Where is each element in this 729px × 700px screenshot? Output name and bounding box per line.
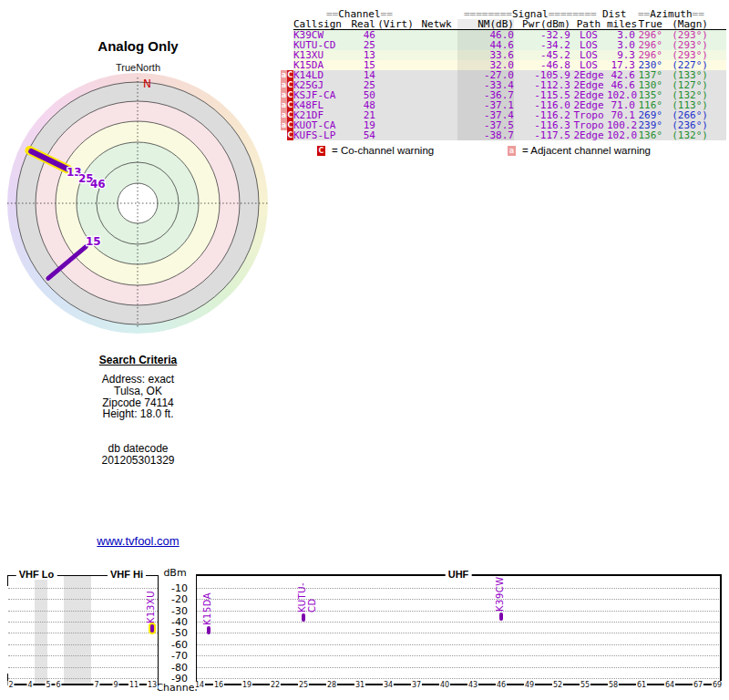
vhf-hi-label: VHF Hi — [108, 569, 146, 580]
dbm-tick: -90 — [160, 673, 188, 685]
channel-tick: 11 — [128, 681, 139, 689]
north-letter: N — [143, 77, 151, 90]
channel-tick: 9 — [112, 681, 118, 689]
adjacent-warning-badge: a — [281, 120, 287, 130]
vhf-lo-label: VHF Lo — [16, 569, 57, 580]
col-callsign: Callsign — [293, 19, 350, 29]
table-row: C KUFS-LP 54 -38.7 -117.5 2Edge 102.0 13… — [281, 130, 726, 140]
station-marker-k39cw — [499, 612, 503, 621]
col-true: True — [635, 19, 662, 29]
station-marker-k15da — [207, 626, 210, 634]
polar-chart: N 13 25 46 15 — [0, 0, 282, 346]
db-datecode-label: db datecode — [0, 443, 276, 455]
callsign: KUFS-LP — [293, 130, 350, 140]
col-path: Path — [570, 19, 607, 29]
channel-tick: 52 — [552, 681, 563, 689]
station-label: KUTU-CD — [297, 569, 317, 612]
col-netwk: Netwk — [416, 19, 457, 29]
search-address: Address: exact — [0, 374, 276, 386]
dbm-tick: -20 — [160, 593, 188, 605]
search-criteria-heading: Search Criteria — [0, 354, 276, 366]
db-datecode-value: 201205301329 — [0, 455, 276, 467]
station-label: K15DA — [202, 592, 212, 625]
co-channel-warning-badge: C — [287, 100, 293, 110]
adjacent-warning-badge: a — [281, 110, 287, 120]
channel-tick: 5 — [45, 681, 51, 689]
channel-tick: 58 — [608, 681, 619, 689]
co-channel-warning-badge: C — [287, 80, 293, 90]
co-channel-warning-badge: C — [287, 120, 293, 130]
channel-tick: 28 — [326, 681, 337, 689]
channel-tick: 19 — [241, 681, 252, 689]
dbm-axis-label: dBm — [159, 567, 191, 579]
dbm-tick: -70 — [160, 650, 188, 662]
channel-tick: 55 — [580, 681, 590, 689]
channel-tick: 25 — [298, 681, 309, 689]
vhf-panel-right-border — [158, 575, 159, 685]
channel-tick: 37 — [411, 681, 422, 689]
co-channel-warning-badge: C — [287, 110, 293, 120]
uhf-label: UHF — [446, 569, 472, 580]
search-criteria-block: Address: exact Tulsa, OK Zipcode 74114 H… — [0, 374, 276, 420]
channel-tick: 46 — [496, 681, 507, 689]
tvfool-report: Analog Only TrueNorth N 13 25 46 15 — [0, 0, 729, 700]
channel-tick: 67 — [693, 681, 703, 689]
spoke-label-ch46: 46 — [90, 178, 106, 190]
channel-tick: 14 — [194, 681, 205, 689]
channel-tick: 22 — [270, 681, 281, 689]
adjacent-warning-badge: a — [281, 100, 287, 110]
tvfool-link-row: www.tvfool.com — [0, 534, 276, 548]
channel-tick: 31 — [354, 681, 365, 689]
col-real: Real — [350, 19, 375, 29]
channel-tick: 69 — [712, 681, 723, 689]
station-label: K39CW — [495, 576, 505, 612]
adjacent-channel-legend-text: = Adjacent channel warning — [522, 145, 651, 156]
search-height: Height: 18.0 ft. — [0, 408, 276, 420]
adjacent-warning-badge: a — [281, 90, 287, 100]
channel-tick: 64 — [664, 681, 675, 689]
spoke-label-ch15: 15 — [86, 235, 101, 248]
dbm-tick: -50 — [160, 627, 188, 639]
co-channel-legend-text: = Co-channel warning — [332, 145, 434, 156]
channel-tick: 40 — [439, 681, 450, 689]
co-channel-legend-icon: C — [317, 146, 325, 156]
col-pwr: Pwr(dBm) — [514, 19, 570, 29]
search-city: Tulsa, OK — [0, 386, 276, 397]
adjacent-warning-badge: a — [281, 80, 287, 90]
station-label: K13XU — [146, 591, 156, 623]
channel-tick: 13 — [147, 681, 158, 689]
station-marker-k13xu — [150, 624, 154, 633]
co-channel-warning-badge: C — [287, 90, 293, 100]
adjacent-channel-legend-icon: a — [508, 146, 516, 156]
co-channel-warning-badge: C — [287, 130, 293, 140]
col-virt: (Virt) — [375, 19, 416, 29]
adjacent-warning-badge: a — [281, 70, 287, 80]
col-nm: NM(dB) — [457, 19, 514, 29]
channel-tick: 34 — [383, 681, 394, 689]
channel-tick: 49 — [524, 681, 535, 689]
station-marker-kutu-cd — [302, 613, 305, 622]
col-magn: (Magn) — [662, 19, 708, 29]
channel-tick: 6 — [55, 681, 61, 689]
co-channel-warning-badge: C — [287, 70, 293, 80]
uhf-panel-left-border — [196, 574, 197, 685]
channel-tick: 2 — [7, 681, 14, 689]
channel-tick: 4 — [26, 681, 33, 689]
channel-tick: 7 — [93, 681, 99, 689]
channel-tick: 43 — [467, 681, 478, 689]
channel-tick: 61 — [636, 681, 647, 689]
channel-tick: 16 — [213, 681, 224, 689]
col-miles: miles — [607, 19, 635, 29]
uhf-panel-right-border — [720, 574, 722, 685]
tvfool-link[interactable]: www.tvfool.com — [97, 534, 179, 548]
db-datecode-block: db datecode 201205301329 — [0, 443, 276, 467]
